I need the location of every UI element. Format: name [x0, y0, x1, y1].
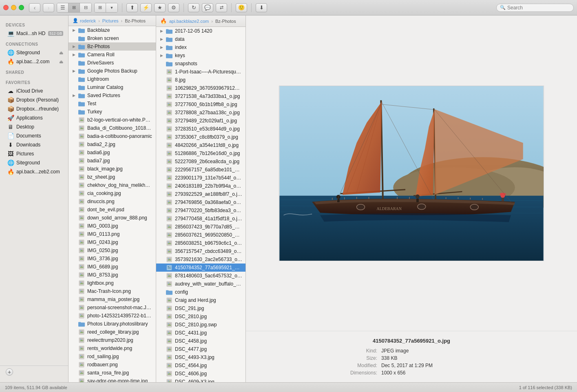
expand-arrow[interactable]: [159, 176, 164, 180]
list-item[interactable]: DSC_4606.jpg: [156, 370, 245, 378]
expand-arrow[interactable]: [72, 167, 76, 171]
list-item[interactable]: 8.jpg: [156, 76, 245, 84]
list-item[interactable]: rodbauerr.png: [69, 361, 156, 369]
expand-arrow[interactable]: [72, 175, 76, 179]
list-item[interactable]: audrey_with_water_buffalo_edit.jpg: [156, 280, 245, 288]
expand-arrow[interactable]: [72, 281, 76, 285]
expand-arrow[interactable]: [72, 199, 76, 204]
list-item[interactable]: 2856038251_b96759c6c1_o.jpg: [156, 239, 245, 247]
expand-arrow[interactable]: ▶: [159, 53, 164, 58]
expand-arrow[interactable]: [159, 159, 164, 164]
expand-arrow[interactable]: [72, 248, 76, 252]
expand-arrow[interactable]: [159, 62, 164, 66]
view-list-button[interactable]: ☰: [57, 3, 69, 12]
list-item[interactable]: chekhov_dog_hina_melikhovo: [69, 181, 156, 189]
list-item[interactable]: dinuccis.png: [69, 197, 156, 206]
list-item[interactable]: 2406183189_22b7b9f94a_o.jpg: [156, 182, 245, 190]
sidebar-item-api-backblaze2[interactable]: 🔥 api.back...zeb2.com: [2, 167, 66, 176]
list-item[interactable]: 52227089_2b6cea8cda_o.jpg: [156, 157, 245, 166]
sidebar-item-documents[interactable]: 📄 Documents: [2, 131, 66, 140]
list-item[interactable]: IMG_3736.jpg: [69, 255, 156, 263]
list-item[interactable]: IMG_6689.jpg: [69, 263, 156, 271]
sidebar-item-siteground2[interactable]: 🌐 Siteground: [2, 158, 66, 167]
list-item[interactable]: Photos Library.photoslibrary: [69, 320, 156, 328]
list-item[interactable]: 8781480603_5ac6457532_o.jpg: [156, 272, 245, 280]
expand-arrow[interactable]: [159, 119, 164, 123]
list-item[interactable]: 37277600_6b1b19ffb8_o.jpg: [156, 100, 245, 109]
list-item[interactable]: Luminar Catalog: [69, 83, 156, 91]
list-item[interactable]: 51286886_7b126e16d0_o.jpg: [156, 149, 245, 157]
expand-arrow[interactable]: [72, 134, 76, 138]
back-button[interactable]: ‹: [29, 3, 40, 12]
expand-arrow[interactable]: [72, 232, 76, 236]
list-item[interactable]: cia_cooking.jpg: [69, 189, 156, 197]
list-item[interactable]: badia6.jpg: [69, 148, 156, 157]
expand-arrow[interactable]: ▶: [159, 37, 164, 41]
expand-arrow[interactable]: [72, 240, 76, 244]
list-item[interactable]: ▶index: [156, 43, 245, 51]
sidebar-item-desktop[interactable]: 🖥 Desktop: [2, 122, 66, 131]
sidebar-item-applications[interactable]: 🚀 Applications: [2, 113, 66, 122]
list-item[interactable]: rod_sailing.jpg: [69, 352, 156, 361]
expand-arrow[interactable]: [159, 78, 164, 82]
close-button[interactable]: [3, 5, 9, 10]
expand-arrow[interactable]: [72, 110, 76, 114]
expand-arrow[interactable]: [72, 314, 76, 318]
transfer-button[interactable]: ⇄: [216, 3, 227, 12]
add-button[interactable]: +: [6, 368, 13, 376]
expand-arrow[interactable]: [159, 355, 164, 359]
share-button[interactable]: ⬆: [126, 3, 138, 12]
sidebar-item-siteground[interactable]: 🌐 Siteground ⏏: [2, 48, 66, 57]
sidebar-item-api-backblaze[interactable]: 🔥 api.bac...2.com ⏏: [2, 57, 66, 66]
expand-arrow[interactable]: [72, 297, 76, 301]
list-item[interactable]: DSC_2810.jpg: [156, 312, 245, 321]
expand-arrow[interactable]: [72, 346, 76, 350]
expand-arrow[interactable]: [159, 266, 164, 270]
expand-arrow[interactable]: [72, 289, 76, 293]
view-columns-button[interactable]: ⊞: [69, 3, 80, 12]
expand-arrow[interactable]: [159, 217, 164, 221]
expand-arrow[interactable]: [159, 208, 164, 213]
minimize-button[interactable]: [11, 5, 16, 10]
expand-arrow[interactable]: [159, 225, 164, 229]
expand-arrow[interactable]: [159, 102, 164, 106]
list-item[interactable]: IMG_0243.jpg: [69, 238, 156, 246]
expand-arrow[interactable]: [72, 273, 76, 277]
expand-arrow[interactable]: [159, 168, 164, 172]
expand-arrow[interactable]: [159, 200, 164, 204]
expand-arrow[interactable]: [72, 257, 76, 261]
list-item[interactable]: config: [156, 288, 245, 296]
forward-button[interactable]: ›: [43, 3, 54, 12]
expand-arrow[interactable]: [159, 127, 164, 131]
list-item[interactable]: IMG_8753.jpg: [69, 271, 156, 279]
list-item[interactable]: badia-a-coltibuono-panoramic: [69, 132, 156, 140]
list-item[interactable]: IMG_0113.png: [69, 230, 156, 238]
list-item[interactable]: ▶data: [156, 35, 245, 43]
expand-arrow[interactable]: [159, 339, 164, 343]
list-item[interactable]: 3573921630_2ac2e56733_o.jpg: [156, 255, 245, 264]
list-item[interactable]: DSC_4431.jpg: [156, 329, 245, 337]
list-item[interactable]: ▶Google Photos Backup: [69, 67, 156, 75]
sidebar-item-downloads[interactable]: ⬇ Downloads: [2, 140, 66, 149]
expand-arrow[interactable]: [159, 290, 164, 294]
favorites-button[interactable]: ★: [154, 3, 166, 12]
emoji-button[interactable]: 🙂: [236, 3, 247, 12]
list-item[interactable]: Test: [69, 100, 156, 108]
list-item[interactable]: 2856037423_9b770a7d85_o.jpg: [156, 223, 245, 231]
expand-arrow[interactable]: [72, 191, 76, 195]
expand-arrow[interactable]: [72, 118, 76, 122]
expand-arrow[interactable]: [72, 224, 76, 228]
list-item[interactable]: DriveSavers: [69, 59, 156, 67]
expand-arrow[interactable]: [159, 323, 164, 327]
expand-arrow[interactable]: [159, 135, 164, 139]
search-box[interactable]: 🔍: [496, 4, 574, 12]
expand-arrow[interactable]: [72, 126, 76, 130]
expand-arrow[interactable]: [72, 208, 76, 212]
sidebar-item-pictures[interactable]: 🖼 Pictures: [2, 149, 66, 158]
list-item[interactable]: dont_be_evil.psd: [69, 206, 156, 214]
expand-arrow[interactable]: [72, 306, 76, 310]
expand-arrow[interactable]: ▶: [159, 29, 164, 33]
refresh-button[interactable]: ↻: [188, 3, 199, 12]
expand-arrow[interactable]: [159, 86, 164, 90]
expand-arrow[interactable]: [159, 257, 164, 261]
